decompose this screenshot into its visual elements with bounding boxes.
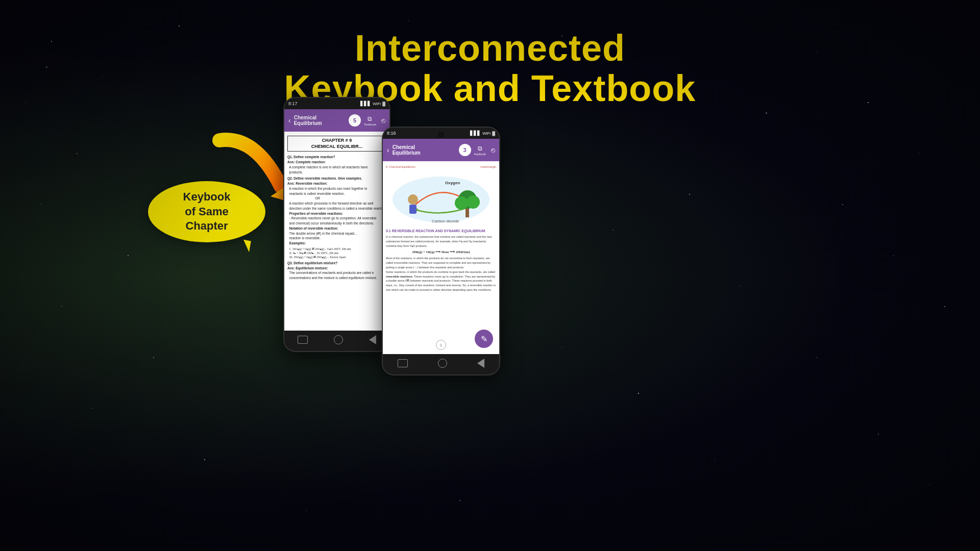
- svg-text:Carbon dioxide: Carbon dioxide: [432, 219, 459, 223]
- phone1-recent-nav[interactable]: [369, 335, 376, 344]
- phone2-badge-number: 3: [463, 147, 467, 153]
- phone1-q3: Q3. Define equilibrium mixture? Ans: Equ…: [287, 261, 386, 281]
- phone1-time: 8:17: [288, 101, 298, 106]
- phone2-header-title: ChemicalEquilibrium: [393, 144, 456, 156]
- phone1-back-icon[interactable]: ‹: [288, 116, 291, 124]
- phone1-equation2: II. N₂ + 3H₂ ⇌ 2NH₃ ... Fe 450°C, 200 at…: [289, 252, 386, 255]
- phone2-share-icon[interactable]: ⎋: [491, 146, 495, 154]
- phone2-fab-button[interactable]: ✎: [475, 330, 493, 348]
- phone2-bottom-bar: [383, 354, 499, 372]
- phone1-badge[interactable]: 5: [349, 114, 361, 127]
- phone2-text-content1: In a chemical reaction, the substances t…: [386, 235, 496, 248]
- phone2-text-content2: Most of the reactions, in which the prod…: [386, 256, 496, 292]
- phone1-wifi-icon: WiFi: [373, 102, 381, 106]
- phone2-header: ‹ ChemicalEquilibrium 3 ⧉ Keybook ⎋: [383, 139, 499, 161]
- phone1-header-title: Chemical Equilibrium: [294, 115, 346, 126]
- svg-rect-6: [465, 207, 469, 217]
- phone2-back-icon[interactable]: ‹: [387, 146, 389, 154]
- phone2-notch: [438, 132, 444, 138]
- phone2-home-nav[interactable]: [438, 359, 447, 368]
- phone2-status-bar: 8:16 ▋▋▋ WiFi ▓: [383, 128, 499, 139]
- phone1-bottom-bar: [284, 331, 389, 349]
- phone2-wifi-icon: WiFi: [482, 131, 491, 136]
- phone1-equation3: III. 2NO₂(g) + O₂(g) ⇌ 2NO₃(g) ... Elect…: [289, 256, 386, 259]
- phone2-time: 8:16: [387, 131, 396, 136]
- phone1-status-bar: 8:17 ▋▋▋ WiFi ▓: [284, 98, 389, 109]
- diagram-svg: Oxygen Carbon dioxide: [390, 171, 492, 225]
- phone2-fab-icon: ✎: [481, 334, 487, 344]
- phone2-content: 9. Chemical Equilibrium more/margin: [383, 161, 499, 354]
- phone1-q1: Q1. Define complete reaction? Ans: Compl…: [287, 155, 386, 174]
- phone1-chapter-label: Chemical Equilibrium: [294, 115, 346, 126]
- phone2-badge[interactable]: 3: [459, 144, 471, 156]
- phone2-keybook-label: Keybook: [474, 153, 486, 156]
- svg-rect-5: [409, 205, 416, 214]
- phone1-icon-copy[interactable]: ⧉: [368, 115, 372, 122]
- phone2-recent-nav[interactable]: [477, 359, 484, 368]
- phone1-chapter-title: CHAPTER # 9CHEMICAL EQUILIBR...: [287, 136, 386, 152]
- phone2-back-nav[interactable]: [398, 359, 408, 367]
- title-line2: Keybook and Textbook: [0, 68, 980, 109]
- phone2-battery-icon: ▓: [492, 131, 495, 136]
- svg-point-4: [408, 194, 418, 205]
- phone2-signal-icon: ▋▋▋: [470, 131, 481, 136]
- phone2-section-title: 9.1 REVERSIBLE REACTION AND DYNAMIC EQUI…: [386, 229, 496, 233]
- title-area: Interconnected Keybook and Textbook: [0, 28, 980, 109]
- phone2-section-label: 9. Chemical Equilibrium: [386, 165, 415, 168]
- phone1-keybook: 8:17 ▋▋▋ WiFi ▓ ‹ Chemical Equilibrium 5…: [283, 97, 390, 352]
- phone2-section-header: 9. Chemical Equilibrium more/margin: [386, 165, 496, 168]
- phone2-page-indicator: 1: [436, 340, 446, 350]
- svg-point-9: [467, 195, 480, 209]
- phone2-page-ref: more/margin: [480, 165, 496, 168]
- phone2-diagram: Oxygen Carbon dioxide: [386, 170, 496, 226]
- phone1-home-nav[interactable]: [334, 335, 343, 344]
- phone2-icon-keybook[interactable]: ⧉: [478, 145, 482, 152]
- phone1-q2: Q2. Define reversible reactions. Give ex…: [287, 176, 386, 246]
- svg-text:Oxygen: Oxygen: [445, 181, 460, 185]
- phone2-textbook: 8:16 ▋▋▋ WiFi ▓ ‹ ChemicalEquilibrium 3 …: [382, 127, 500, 375]
- phone1-share-icon[interactable]: ⎋: [381, 116, 385, 124]
- phone1-header: ‹ Chemical Equilibrium 5 ⧉ Textbook ⎋: [284, 109, 389, 132]
- phone1-badge-number: 5: [353, 117, 356, 123]
- phone1-content: CHAPTER # 9CHEMICAL EQUILIBR... Q1. Defi…: [284, 132, 389, 331]
- phone2-main-equation: 2H₂(g) + O₂(g) ⟶ Heat ⟶ 2H₂O(m): [386, 250, 496, 254]
- phone2-chapter-label: ChemicalEquilibrium: [393, 144, 456, 156]
- phone1-equation1: I. 2SO₂(g) + O₂(g) ⇌ 2SO₃(g) ...V₂O₅ 450…: [289, 247, 386, 251]
- phone1-battery-icon: ▓: [382, 102, 385, 106]
- phone1-signal-icon: ▋▋▋: [360, 101, 371, 106]
- title-line1: Interconnected: [0, 28, 980, 68]
- svg-point-8: [455, 196, 468, 210]
- phone1-back-nav[interactable]: [298, 336, 308, 344]
- phone1-textbook-label: Textbook: [364, 123, 376, 126]
